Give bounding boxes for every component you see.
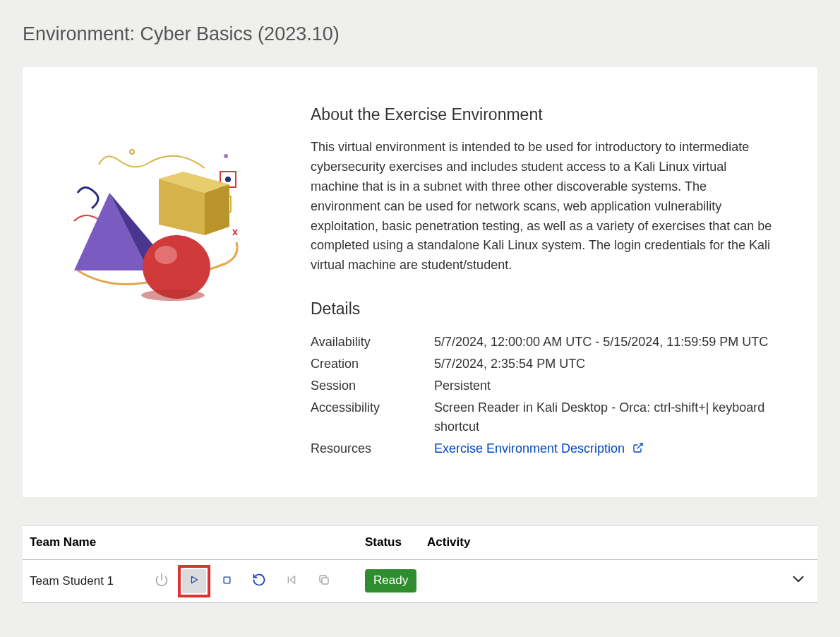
detail-label-session: Session — [311, 376, 434, 395]
play-button[interactable] — [182, 569, 206, 593]
play-icon — [189, 575, 199, 587]
stop-button[interactable] — [215, 569, 239, 593]
svg-point-11 — [143, 235, 210, 299]
detail-label-accessibility: Accessibility — [311, 398, 434, 417]
detail-label-creation: Creation — [311, 355, 434, 374]
svg-marker-18 — [192, 577, 198, 583]
team-row: Team Student 1 — [23, 560, 817, 603]
about-heading: About the Exercise Environment — [311, 102, 776, 127]
restart-button[interactable] — [247, 569, 271, 593]
play-highlight-frame — [182, 569, 206, 593]
expand-row-button[interactable] — [786, 568, 810, 593]
svg-point-3 — [225, 177, 231, 182]
chevron-down-icon — [789, 570, 808, 590]
th-status: Status — [365, 533, 427, 552]
power-icon — [155, 573, 169, 589]
detail-label-resources: Resources — [311, 439, 434, 458]
svg-point-1 — [224, 154, 228, 158]
detail-value-session: Persistent — [434, 376, 776, 395]
skip-back-button[interactable] — [280, 569, 304, 593]
copy-icon — [318, 573, 330, 588]
about-text: This virtual environment is intended to … — [311, 138, 776, 275]
stop-icon — [222, 576, 232, 587]
svg-rect-19 — [224, 577, 230, 583]
th-team-name: Team Name — [30, 533, 150, 552]
svg-marker-20 — [290, 576, 295, 584]
restart-icon — [252, 573, 266, 589]
detail-label-availability: Availability — [311, 333, 434, 352]
detail-value-accessibility: Screen Reader in Kali Desktop - Orca: ct… — [434, 398, 776, 436]
th-activity: Activity — [427, 533, 768, 552]
page-title: Environment: Cyber Basics (2023.10) — [23, 20, 817, 49]
detail-value-creation: 5/7/2024, 2:35:54 PM UTC — [434, 355, 776, 374]
skip-back-icon — [286, 574, 297, 588]
status-badge: Ready — [365, 569, 416, 593]
svg-rect-22 — [322, 578, 328, 584]
svg-point-12 — [155, 246, 177, 264]
svg-marker-8 — [205, 184, 229, 235]
decorative-illustration — [64, 102, 282, 462]
svg-line-16 — [637, 443, 642, 448]
svg-point-0 — [130, 150, 134, 154]
external-link-icon — [632, 442, 644, 456]
teams-panel: Team Name Status Activity Team Student 1 — [23, 525, 817, 603]
resources-link[interactable]: Exercise Environment Description — [434, 441, 625, 456]
info-card: About the Exercise Environment This virt… — [23, 67, 817, 497]
power-button[interactable] — [150, 569, 174, 593]
details-table: Availability 5/7/2024, 12:00:00 AM UTC -… — [311, 333, 776, 459]
svg-point-13 — [141, 290, 205, 301]
team-name-cell: Team Student 1 — [30, 572, 150, 590]
detail-value-availability: 5/7/2024, 12:00:00 AM UTC - 5/15/2024, 1… — [434, 333, 776, 352]
copy-button[interactable] — [312, 569, 336, 593]
details-heading: Details — [311, 297, 776, 321]
